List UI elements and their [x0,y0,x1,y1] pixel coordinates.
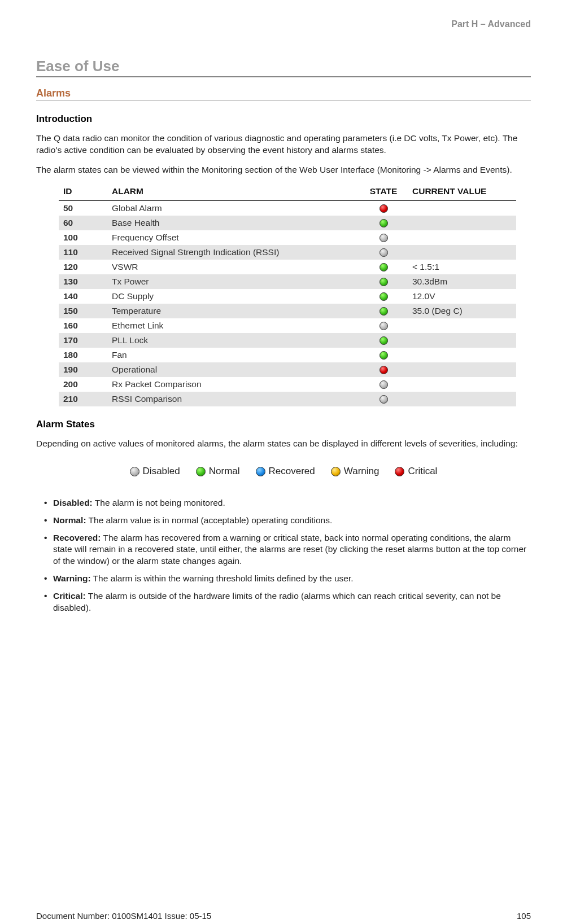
heading-alarm-states: Alarm States [36,419,531,430]
cell-alarm: Received Signal Strength Indication (RSS… [107,245,359,260]
cell-alarm: Frequency Offset [107,230,359,245]
cell-state [359,216,408,230]
heading-introduction: Introduction [36,113,531,125]
cell-alarm: RSSI Comparison [107,392,359,406]
cell-alarm: Operational [107,362,359,377]
cell-value [408,333,516,348]
alarms-table-header-row: ID ALARM STATE CURRENT VALUE [59,184,516,200]
state-dot-icon [380,366,388,374]
cell-alarm: DC Supply [107,289,359,304]
cell-alarm: Temperature [107,304,359,318]
cell-value [408,377,516,392]
table-row: 180Fan [59,348,516,362]
table-row: 150Temperature35.0 (Deg C) [59,304,516,318]
cell-state [359,348,408,362]
state-name: Critical: [53,591,86,601]
cell-state [359,362,408,377]
cell-alarm: Fan [107,348,359,362]
cell-id: 160 [59,318,107,333]
state-name: Recovered: [53,533,101,542]
intro-paragraph-2: The alarm states can be viewed within th… [36,164,531,176]
cell-id: 190 [59,362,107,377]
col-value: CURRENT VALUE [408,184,516,200]
legend-label: Disabled [143,466,180,476]
cell-alarm: PLL Lock [107,333,359,348]
cell-state [359,200,408,216]
cell-value [408,245,516,260]
state-dot-icon [380,234,388,242]
state-dot-icon [380,204,388,213]
part-header: Part H – Advanced [451,19,531,29]
state-dot-icon [380,380,388,389]
state-dot-icon [380,248,388,257]
cell-value [408,362,516,377]
cell-state [359,392,408,406]
cell-alarm: Tx Power [107,274,359,289]
legend-label: Critical [408,466,437,476]
section-title-alarms: Alarms [36,87,531,101]
cell-id: 130 [59,274,107,289]
state-dot-icon [380,219,388,227]
cell-id: 110 [59,245,107,260]
list-item: Normal: The alarm value is in normal (ac… [44,515,531,527]
state-definitions-list: Disabled: The alarm is not being monitor… [44,497,531,614]
table-row: 60Base Health [59,216,516,230]
cell-alarm: VSWR [107,260,359,274]
table-row: 100Frequency Offset [59,230,516,245]
table-row: 110Received Signal Strength Indication (… [59,245,516,260]
footer-page-number: 105 [517,911,531,921]
table-row: 120VSWR< 1.5:1 [59,260,516,274]
states-legend: DisabledNormalRecoveredWarningCritical [36,466,531,477]
table-row: 160Ethernet Link [59,318,516,333]
legend-label: Normal [209,466,240,476]
legend-item: Warning [331,466,380,477]
table-row: 140DC Supply12.0V [59,289,516,304]
cell-state [359,318,408,333]
cell-alarm: Ethernet Link [107,318,359,333]
table-row: 190Operational [59,362,516,377]
cell-value [408,200,516,216]
state-dot-icon [380,307,388,316]
cell-value [408,392,516,406]
cell-state [359,377,408,392]
table-row: 210RSSI Comparison [59,392,516,406]
cell-state [359,230,408,245]
list-item: Recovered: The alarm has recovered from … [44,532,531,568]
legend-label: Recovered [269,466,315,476]
cell-id: 150 [59,304,107,318]
state-dot-icon [380,351,388,360]
state-name: Disabled: [53,498,93,507]
cell-state [359,289,408,304]
state-desc: The alarm value is in normal (acceptable… [86,515,333,525]
table-row: 130Tx Power30.3dBm [59,274,516,289]
list-item: Disabled: The alarm is not being monitor… [44,497,531,509]
footer-docnum: Document Number: 0100SM1401 Issue: 05-15 [36,911,211,921]
table-row: 200Rx Packet Comparison [59,377,516,392]
cell-state [359,304,408,318]
cell-id: 100 [59,230,107,245]
legend-item: Normal [196,466,240,477]
state-dot-icon [380,263,388,271]
cell-id: 210 [59,392,107,406]
cell-id: 140 [59,289,107,304]
state-name: Warning: [53,573,91,583]
table-row: 50Global Alarm [59,200,516,216]
state-dot-icon [380,322,388,330]
cell-id: 120 [59,260,107,274]
cell-value [408,318,516,333]
state-dot-icon [380,278,388,286]
state-dot-icon [380,292,388,301]
state-desc: The alarm is not being monitored. [93,498,225,507]
cell-value [408,348,516,362]
cell-value: < 1.5:1 [408,260,516,274]
col-state: STATE [359,184,408,200]
alarms-table: ID ALARM STATE CURRENT VALUE 50Global Al… [59,184,516,406]
legend-item: Disabled [130,466,180,477]
state-desc: The alarm is outside of the hardware lim… [53,591,501,612]
state-desc: The alarm has recovered from a warning o… [53,533,526,566]
intro-paragraph-1: The Q data radio can monitor the conditi… [36,133,531,156]
cell-value [408,230,516,245]
legend-item: Recovered [256,466,315,477]
cell-state [359,333,408,348]
alarm-states-paragraph: Depending on active values of monitored … [36,438,531,450]
